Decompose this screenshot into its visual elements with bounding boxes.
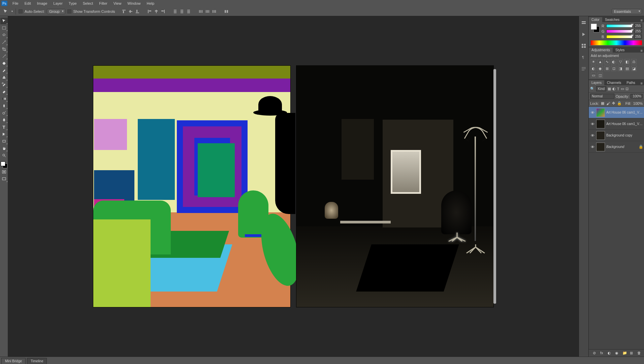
marquee-tool[interactable] [0,25,8,31]
visibility-toggle-icon[interactable]: 👁 [590,111,595,115]
layer-name[interactable]: Background copy [606,133,643,137]
styles-tab[interactable]: Styles [613,48,627,53]
lock-all-icon[interactable]: 🔒 [617,101,622,105]
panel-color-swatch[interactable] [591,24,600,32]
heal-tool[interactable] [0,60,8,67]
filter-smart-icon[interactable]: ⊡ [625,87,629,91]
history-panel-icon[interactable] [580,20,587,26]
kind-filter-icon[interactable]: 🔍 [590,87,595,91]
menu-view[interactable]: View [110,1,125,5]
brush-tool[interactable] [0,67,8,74]
filter-type-icon[interactable]: T [617,87,619,91]
fill-input[interactable]: 100% [633,101,643,105]
color-tab[interactable]: Color [589,17,602,22]
menu-file[interactable]: File [9,1,22,5]
shape-tool[interactable] [0,138,8,145]
curves-icon[interactable]: ∿ [604,59,610,64]
align-bottom-icon[interactable] [134,8,141,15]
menu-help[interactable]: Help [143,1,157,5]
brightness-icon[interactable]: ☀ [591,59,596,64]
layer-row[interactable]: 👁 Background copy [589,130,644,141]
layers-tab[interactable]: Layers [589,80,604,85]
menu-type[interactable]: Type [66,1,80,5]
blur-tool[interactable] [0,102,8,109]
path-select-tool[interactable] [0,131,8,138]
layer-fx-icon[interactable]: fx [600,351,605,356]
mini-bridge-tab[interactable]: Mini Bridge [1,358,26,364]
pen-tool[interactable] [0,117,8,123]
channelmixer-icon[interactable]: ⊞ [604,66,610,71]
swatches-tab[interactable]: Swatches [602,17,622,22]
g-slider[interactable] [606,30,633,33]
dropdown-arrow-icon[interactable]: ▾ [11,10,13,13]
filter-pixel-icon[interactable]: ▦ [608,87,611,91]
auto-select-checkbox[interactable] [19,9,23,13]
layer-thumbnail[interactable] [596,120,605,128]
canvas-area[interactable] [8,16,579,357]
opacity-input[interactable]: 100% [631,94,643,98]
menu-layer[interactable]: Layer [50,1,66,5]
r-value[interactable]: 255 [634,24,642,28]
visibility-toggle-icon[interactable]: 👁 [590,145,595,149]
g-value[interactable]: 255 [634,29,642,33]
visibility-toggle-icon[interactable]: 👁 [590,133,595,138]
panel-menu-icon[interactable]: ≡ [639,81,644,85]
align-right-icon[interactable] [160,8,166,15]
dodge-tool[interactable] [0,110,8,116]
selectivecolor-icon[interactable]: ◫ [598,72,603,78]
character-panel-icon[interactable]: ¶ [580,54,587,61]
b-value[interactable]: 255 [634,34,642,39]
align-vcenter-icon[interactable] [127,8,134,15]
distribute-left-icon[interactable] [197,8,204,15]
align-left-icon[interactable] [146,8,153,15]
distribute-top-icon[interactable] [172,8,179,15]
threshold-icon[interactable]: ◪ [631,66,637,71]
paths-tab[interactable]: Paths [624,80,638,85]
layer-thumbnail[interactable] [596,108,605,117]
lock-pixels-icon[interactable]: 🖌 [606,101,610,105]
panel-fg-swatch[interactable] [591,24,597,30]
hue-icon[interactable]: ◧ [624,59,630,64]
menu-image[interactable]: Image [34,1,51,5]
layer-name[interactable]: Art House 06 cam1_VRa... [606,111,643,114]
stamp-tool[interactable] [0,74,8,81]
menu-window[interactable]: Window [124,1,143,5]
crop-tool[interactable] [0,46,8,53]
vibrance-icon[interactable]: ▽ [618,59,623,64]
document-right[interactable] [296,66,493,307]
eraser-tool[interactable] [0,88,8,95]
distribute-bottom-icon[interactable] [185,8,192,15]
layer-row[interactable]: 👁 Art House 06 cam1_VRa... [589,118,644,130]
history-brush-tool[interactable] [0,81,8,88]
panel-menu-icon[interactable]: ≡ [639,49,644,53]
menu-edit[interactable]: Edit [22,1,34,5]
kind-filter-dropdown[interactable]: Kind [596,86,606,91]
layer-thumbnail[interactable] [596,131,605,140]
brush-panel-icon[interactable] [580,42,587,49]
lasso-tool[interactable] [0,32,8,38]
layer-thumbnail[interactable] [596,143,605,151]
b-slider[interactable] [606,35,633,38]
align-hcenter-icon[interactable] [153,8,160,15]
posterize-icon[interactable]: ▤ [624,66,630,71]
new-layer-icon[interactable]: ⊞ [630,351,635,356]
layer-name[interactable]: Art House 06 cam1_VRa... [606,122,643,126]
layer-name[interactable]: Background [606,145,637,149]
lock-transparent-icon[interactable]: ▦ [601,101,604,105]
screenmode-toggle[interactable] [0,176,8,182]
channels-tab[interactable]: Channels [604,80,624,85]
panel-menu-icon[interactable]: ≡ [639,18,644,22]
filter-adj-icon[interactable]: ◐ [612,87,616,91]
layer-mask-icon[interactable]: ◐ [608,351,612,356]
colorbalance-icon[interactable]: ⚖ [631,59,637,64]
adjustments-tab[interactable]: Adjustments [589,48,613,53]
move-tool[interactable] [0,18,8,24]
eyedropper-tool[interactable] [0,53,8,60]
bw-icon[interactable]: ◐ [591,66,596,71]
document-scrollbar[interactable] [493,69,496,304]
gradmap-icon[interactable]: ▭ [591,72,596,78]
show-transform-checkbox[interactable] [67,9,71,13]
wand-tool[interactable] [0,39,8,46]
gradient-tool[interactable] [0,95,8,102]
invert-icon[interactable]: ◨ [618,66,623,71]
